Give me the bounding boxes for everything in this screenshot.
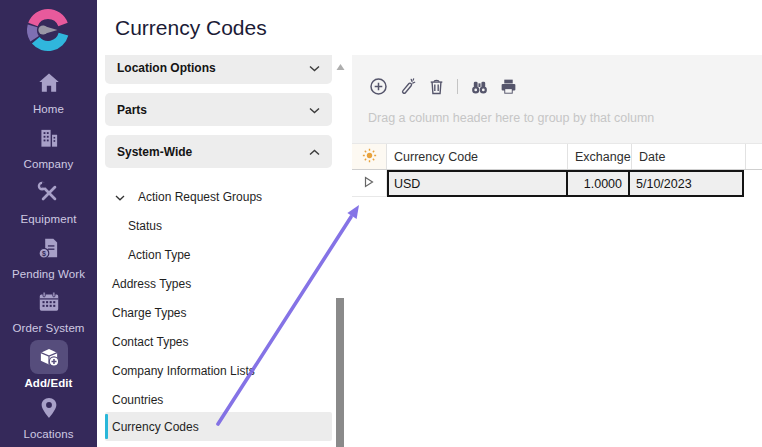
tree-item-label: Address Types — [112, 277, 191, 291]
tree-item-label: Currency Codes — [112, 420, 199, 434]
sidebar-item-pending-work[interactable]: $ Pending Work — [0, 235, 97, 280]
accordion-parts[interactable]: Parts — [105, 93, 332, 126]
tree-item-charge-types[interactable]: Charge Types — [105, 298, 332, 327]
sidebar-item-label: Add/Edit — [0, 377, 97, 389]
tree-item-label: Countries — [112, 393, 163, 407]
chevron-up-icon — [309, 145, 320, 159]
tree-item-label: Action Type — [128, 248, 190, 262]
map-pin-icon — [0, 395, 97, 425]
grid-toolbar — [368, 76, 518, 96]
sidebar-item-equipment[interactable]: Equipment — [0, 180, 97, 225]
navigation-panel: Location Options Parts System-Wide Actio… — [97, 55, 345, 447]
page-title: Currency Codes — [115, 16, 267, 40]
tree-item-label: Status — [128, 219, 162, 233]
tree-item-label: Action Request Groups — [138, 190, 262, 204]
tree-item-currency-codes[interactable]: Currency Codes — [105, 412, 332, 441]
accordion-system-wide[interactable]: System-Wide — [105, 135, 332, 168]
customize-column-header[interactable] — [352, 144, 387, 169]
accordion-label: Location Options — [117, 61, 216, 75]
tree-item-address-types[interactable]: Address Types — [105, 269, 332, 298]
column-header-filler — [746, 144, 762, 169]
sidebar-item-label: Order System — [0, 322, 97, 334]
cell-exchange[interactable]: 1.0000 — [566, 170, 630, 197]
svg-text:$: $ — [41, 250, 45, 258]
building-icon — [0, 125, 97, 155]
document-dollar-icon: $ — [0, 235, 97, 265]
row-expand-button[interactable] — [352, 170, 387, 197]
box-plus-icon — [36, 344, 62, 370]
tree-item-action-type[interactable]: Action Type — [105, 240, 332, 269]
group-by-hint: Drag a column header here to group by th… — [368, 111, 654, 125]
chevron-down-icon — [309, 61, 320, 75]
magic-wand-icon[interactable] — [397, 76, 417, 96]
sidebar-item-label: Company — [0, 158, 97, 170]
sidebar-item-label: Locations — [0, 428, 97, 440]
scroll-up-button[interactable] — [336, 63, 345, 73]
sun-icon — [362, 148, 377, 166]
accordion-location-options[interactable]: Location Options — [105, 55, 332, 84]
tree-item-status[interactable]: Status — [105, 211, 332, 240]
chevron-down-icon — [309, 103, 320, 117]
tree-item-action-request-groups[interactable]: Action Request Groups — [105, 182, 332, 211]
app-window: Home Company — [0, 0, 762, 447]
trash-icon[interactable] — [426, 76, 446, 96]
expand-triangle-icon — [364, 174, 374, 192]
selected-item-highlight — [30, 340, 68, 374]
sidebar: Home Company — [0, 0, 97, 447]
sidebar-item-label: Home — [0, 103, 97, 115]
sidebar-item-company[interactable]: Company — [0, 125, 97, 170]
accordion-label: System-Wide — [117, 145, 192, 159]
sidebar-item-home[interactable]: Home — [0, 70, 97, 115]
sidebar-item-locations[interactable]: Locations — [0, 395, 97, 440]
tree-item-contact-types[interactable]: Contact Types — [105, 327, 332, 356]
cell-date[interactable]: 5/10/2023 — [628, 170, 744, 197]
calendar-icon — [0, 289, 97, 319]
column-header-date[interactable]: Date — [632, 144, 746, 169]
tree-item-company-information-lists[interactable]: Company Information Lists — [105, 356, 332, 385]
tools-icon — [0, 180, 97, 210]
nav-scrollbar-thumb[interactable] — [336, 298, 344, 447]
binoculars-icon[interactable] — [469, 76, 489, 96]
add-circle-icon[interactable] — [368, 76, 388, 96]
printer-icon[interactable] — [498, 76, 518, 96]
tree-item-label: Charge Types — [112, 306, 187, 320]
tree-item-label: Company Information Lists — [112, 364, 255, 378]
grid-header-row: Currency Code Exchange Date — [352, 143, 762, 170]
tree-item-label: Contact Types — [112, 335, 189, 349]
sidebar-item-label: Equipment — [0, 213, 97, 225]
title-bar: Currency Codes — [97, 0, 762, 55]
grid-toolbar-area: Drag a column header here to group by th… — [352, 55, 762, 143]
accordion-label: Parts — [117, 103, 147, 117]
currency-grid: Currency Code Exchange Date USD 1.0000 5… — [352, 143, 762, 197]
toolbar-divider — [457, 79, 458, 94]
table-row[interactable]: USD 1.0000 5/10/2023 — [352, 170, 762, 197]
app-logo-icon[interactable] — [24, 6, 72, 54]
column-header-exchange[interactable]: Exchange — [568, 144, 632, 169]
sidebar-item-add-edit[interactable]: Add/Edit — [0, 340, 97, 389]
cell-currency-code[interactable]: USD — [387, 170, 568, 197]
tree-item-countries[interactable]: Countries — [105, 385, 332, 414]
chevron-down-icon — [115, 190, 125, 204]
home-icon — [0, 70, 97, 100]
sidebar-item-order-system[interactable]: Order System — [0, 289, 97, 334]
sidebar-item-label: Pending Work — [0, 268, 97, 280]
column-header-currency-code[interactable]: Currency Code — [387, 144, 568, 169]
